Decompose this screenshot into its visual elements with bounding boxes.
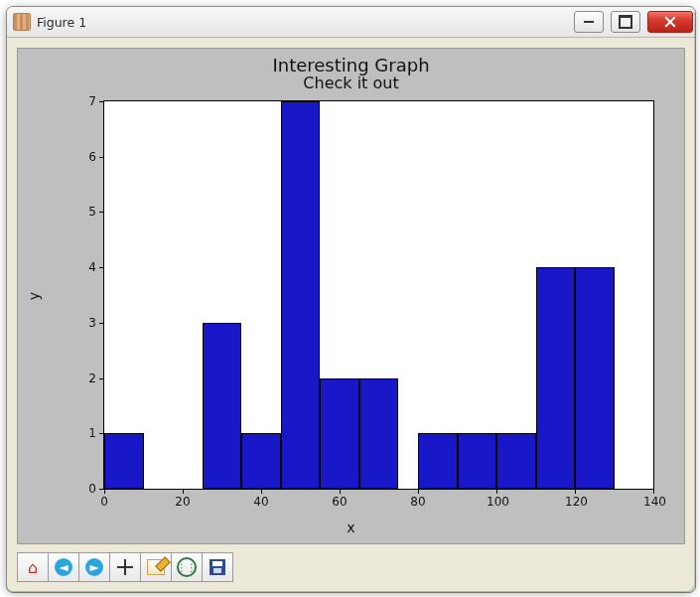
y-tick-label: 2 [88, 372, 96, 385]
forward-button[interactable]: ► [78, 552, 110, 582]
subplots-button[interactable]: ⋮⋮ [171, 552, 203, 582]
y-tick-label: 4 [88, 260, 96, 274]
bar [575, 267, 615, 489]
toolbar: ⌂ ◄ ► ⋮⋮ [17, 552, 685, 582]
x-tick-label: 20 [173, 495, 193, 509]
bar [418, 433, 458, 489]
bar [496, 433, 536, 489]
minimize-button[interactable] [574, 11, 604, 33]
config-icon: ⋮⋮ [177, 557, 197, 577]
home-button[interactable]: ⌂ [17, 552, 49, 582]
figure-window: Figure 1 Interesting Graph Check it out … [6, 6, 696, 593]
bar [458, 433, 497, 489]
y-axis-label: y [26, 292, 42, 300]
x-tick-label: 60 [330, 495, 350, 509]
bar [203, 323, 242, 489]
edit-icon [147, 559, 165, 575]
window-title: Figure 1 [37, 15, 567, 30]
y-tick-label: 1 [88, 426, 96, 440]
x-tick-label: 140 [643, 495, 663, 509]
pan-icon [117, 559, 133, 575]
figure-canvas[interactable]: Interesting Graph Check it out y x 02040… [17, 48, 685, 544]
x-tick-label: 100 [487, 495, 506, 509]
minimize-icon [584, 21, 594, 23]
edit-button[interactable] [140, 552, 172, 582]
titlebar[interactable]: Figure 1 [7, 7, 695, 38]
bar [536, 267, 576, 489]
pan-button[interactable] [109, 552, 141, 582]
close-button[interactable] [647, 11, 693, 33]
bar [359, 378, 399, 489]
bar [281, 101, 321, 489]
bar [320, 378, 359, 489]
save-icon [210, 559, 225, 575]
y-tick-label: 7 [88, 94, 96, 108]
x-tick-label: 120 [565, 495, 585, 509]
x-tick-label: 0 [94, 495, 114, 509]
plot-area [103, 100, 654, 490]
y-tick-label: 0 [88, 482, 96, 496]
save-button[interactable] [202, 552, 233, 582]
x-tick-label: 80 [408, 495, 428, 509]
back-icon: ◄ [55, 558, 72, 576]
close-icon [664, 16, 676, 28]
maximize-icon [619, 15, 632, 29]
maximize-button[interactable] [611, 11, 640, 33]
chart-title: Interesting Graph [18, 55, 684, 75]
app-icon [13, 13, 31, 31]
forward-icon: ► [85, 558, 103, 576]
bar [104, 433, 144, 489]
x-tick-label: 40 [251, 495, 271, 509]
back-button[interactable]: ◄ [48, 552, 79, 582]
y-tick-label: 6 [88, 150, 96, 164]
y-tick-label: 3 [88, 316, 96, 330]
home-icon: ⌂ [28, 558, 38, 577]
y-tick-label: 5 [88, 205, 96, 219]
chart-subtitle: Check it out [18, 74, 684, 92]
x-axis-label: x [18, 520, 684, 535]
bar [241, 433, 281, 489]
